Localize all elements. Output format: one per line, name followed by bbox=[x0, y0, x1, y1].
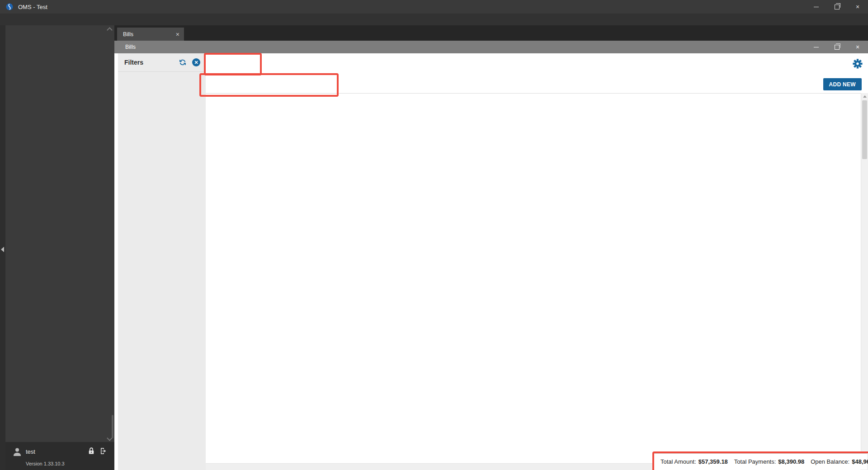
application-window: OMS - Test × test Version 1.33 bbox=[0, 0, 868, 470]
close-icon[interactable]: × bbox=[847, 0, 868, 14]
open-balance-value: $48,968.21 bbox=[852, 458, 868, 465]
user-avatar-icon bbox=[12, 446, 23, 457]
menu-bar bbox=[0, 14, 868, 25]
filters-panel: Filters ✕ bbox=[118, 53, 206, 470]
clear-filters-icon[interactable]: ✕ bbox=[192, 58, 200, 66]
inner-close-icon[interactable]: × bbox=[847, 41, 868, 53]
status-tabs bbox=[206, 53, 868, 75]
total-payments-label: Total Payments: bbox=[734, 458, 776, 465]
document-tab-bills[interactable]: Bills × bbox=[117, 28, 184, 41]
user-panel: test Version 1.33.10.3 bbox=[5, 442, 114, 470]
bills-window-title: Bills bbox=[125, 44, 136, 50]
filters-title: Filters bbox=[124, 59, 179, 66]
vertical-scrollbar[interactable] bbox=[861, 93, 868, 470]
total-amount-label: Total Amount: bbox=[660, 458, 696, 465]
totals-bar: Total Amount: $57,359.18 Total Payments:… bbox=[654, 453, 867, 470]
tab-close-icon[interactable]: × bbox=[176, 31, 179, 38]
logout-icon[interactable] bbox=[99, 447, 108, 455]
sidebar: test Version 1.33.10.3 bbox=[0, 25, 114, 470]
bills-window-titlebar: Bills × bbox=[114, 41, 868, 53]
total-amount-value: $57,359.18 bbox=[698, 458, 728, 465]
bills-window: Bills × Filters ✕ bbox=[114, 41, 868, 470]
user-name: test bbox=[26, 448, 35, 455]
refresh-filters-icon[interactable] bbox=[179, 58, 187, 66]
document-tab-strip: Bills × bbox=[114, 25, 868, 41]
app-version: Version 1.33.10.3 bbox=[26, 461, 65, 466]
bills-content: ADD NEW bbox=[206, 53, 868, 470]
sidebar-scrollbar[interactable] bbox=[112, 415, 113, 438]
scroll-up-icon[interactable] bbox=[863, 95, 867, 98]
total-payments-value: $8,390.98 bbox=[778, 458, 804, 465]
app-logo-icon bbox=[5, 3, 14, 11]
collapse-left-icon[interactable] bbox=[1, 247, 4, 252]
lock-icon[interactable] bbox=[87, 447, 95, 455]
add-new-button[interactable]: ADD NEW bbox=[823, 78, 862, 90]
window-title: OMS - Test bbox=[18, 4, 47, 10]
document-tab-label: Bills bbox=[123, 31, 176, 38]
inner-restore-icon[interactable] bbox=[826, 41, 847, 53]
proforma-subtabs bbox=[206, 75, 868, 93]
grid-settings-gear-icon[interactable] bbox=[853, 59, 863, 69]
bills-table bbox=[206, 93, 861, 470]
inner-minimize-icon[interactable] bbox=[806, 41, 826, 53]
minimize-icon[interactable] bbox=[806, 0, 826, 14]
title-bar: OMS - Test × bbox=[0, 0, 868, 14]
scrollbar-thumb[interactable] bbox=[862, 100, 867, 159]
sidebar-collapse-strip[interactable] bbox=[0, 25, 5, 470]
horizontal-scrollbar[interactable] bbox=[206, 463, 654, 470]
restore-icon[interactable] bbox=[826, 0, 847, 14]
open-balance-label: Open Balance: bbox=[811, 458, 849, 465]
